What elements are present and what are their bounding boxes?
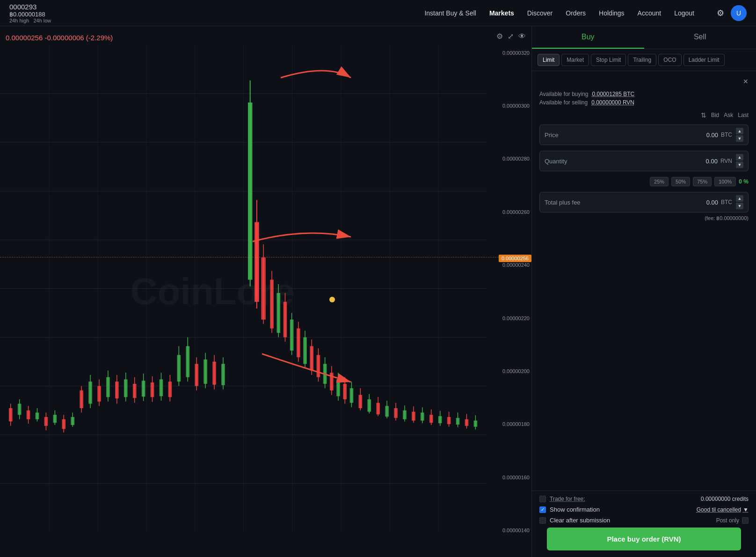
nav-links: Instant Buy & Sell Markets Discover Orde… xyxy=(424,9,694,17)
quantity-value: 0.00 xyxy=(706,158,718,165)
chart-eye-icon[interactable]: 👁 xyxy=(518,32,526,41)
nav-instant-buy-sell[interactable]: Instant Buy & Sell xyxy=(424,9,476,17)
available-for-selling-label: Available for selling xyxy=(539,99,588,106)
quantity-field-row: Quantity 0.00 RVN ▲ ▼ xyxy=(539,151,749,171)
filter-icon[interactable]: ⇅ xyxy=(701,111,706,119)
yaxis-label-3: 0.00000260 xyxy=(487,209,530,215)
trade-for-free-row: Trade for free: 0.00000000 credits xyxy=(539,496,749,502)
ticker-24h: 24h high 24h low xyxy=(9,18,65,23)
percentage-row: 25% 50% 75% 100% 0 % xyxy=(539,177,749,186)
panel-footer: Trade for free: 0.00000000 credits Show … xyxy=(532,491,756,557)
nav-holdings[interactable]: Holdings xyxy=(599,9,624,17)
nav-logout[interactable]: Logout xyxy=(674,9,694,17)
yaxis-label-1: 0.00000300 xyxy=(487,103,530,109)
quantity-up-btn[interactable]: ▲ xyxy=(736,154,743,161)
pct-75-btn[interactable]: 75% xyxy=(693,177,712,186)
post-only-row: Post only xyxy=(716,517,749,524)
topnav: 0000293 ฿0.00000188 24h high 24h low Ins… xyxy=(0,0,756,26)
chart-area: 0.00000256 -0.00000006 (-2.29%) ⚙ ⤢ 👁 Co… xyxy=(0,26,531,557)
trade-for-free-value: 0.00000000 credits xyxy=(701,496,749,502)
total-field-row: Total plus fee 0.00 BTC ▲ ▼ xyxy=(539,192,749,213)
order-tab-limit[interactable]: Limit xyxy=(538,54,560,66)
total-unit: BTC xyxy=(721,199,732,205)
ask-label: Ask xyxy=(724,112,733,118)
available-for-selling-value: 0.00000000 RVN xyxy=(591,99,634,106)
price-stepper: ▲ ▼ xyxy=(736,128,743,142)
post-only-label: Post only xyxy=(716,517,739,524)
gtc-label: Good til cancelled xyxy=(697,506,741,513)
last-label: Last xyxy=(738,112,749,118)
candlestick-chart xyxy=(0,45,487,532)
main-layout: 0.00000256 -0.00000006 (-2.29%) ⚙ ⤢ 👁 Co… xyxy=(0,26,756,557)
price-field-row: Price 0.00 BTC ▲ ▼ xyxy=(539,125,749,145)
pct-50-btn[interactable]: 50% xyxy=(671,177,690,186)
bid-label: Bid xyxy=(711,112,719,118)
clear-post-row: Clear after submission Post only xyxy=(539,517,749,524)
yaxis: 0.00000320 0.00000300 0.00000280 0.00000… xyxy=(487,26,530,557)
brand: 0000293 ฿0.00000188 24h high 24h low xyxy=(9,3,65,23)
yaxis-label-6: 0.00000200 xyxy=(487,368,530,374)
total-up-btn[interactable]: ▲ xyxy=(736,195,743,202)
buy-tab[interactable]: Buy xyxy=(532,26,644,49)
yaxis-label-2: 0.00000280 xyxy=(487,156,530,161)
price-label: Price xyxy=(545,132,706,139)
total-value: 0.00 xyxy=(706,199,718,206)
chart-controls: ⚙ ⤢ 👁 xyxy=(496,32,526,41)
price-up-btn[interactable]: ▲ xyxy=(736,128,743,134)
chart-price-label: 0.00000256 -0.00000006 (-2.29%) xyxy=(6,34,113,42)
settings-icon[interactable]: ⚙ xyxy=(717,8,724,18)
total-stepper: ▲ ▼ xyxy=(736,195,743,209)
price-unit: BTC xyxy=(721,132,732,138)
nav-icons: ⚙ U xyxy=(717,5,747,21)
quantity-unit: RVN xyxy=(720,158,732,164)
ticker-price: ฿0.00000188 xyxy=(9,11,65,18)
trade-for-free-checkbox[interactable] xyxy=(539,496,546,502)
yaxis-label-4: 0.00000240 xyxy=(487,262,530,268)
nav-account[interactable]: Account xyxy=(638,9,662,17)
yaxis-label-7: 0.00000180 xyxy=(487,421,530,427)
place-buy-order-button[interactable]: Place buy order (RVN) xyxy=(547,528,741,550)
right-panel: Buy Sell Limit Market Stop Limit Trailin… xyxy=(531,26,756,557)
gtc-chevron-icon: ▼ xyxy=(743,506,749,513)
yaxis-label-8: 0.00000160 xyxy=(487,475,530,480)
yaxis-label-9: 0.00000140 xyxy=(487,528,530,533)
order-tab-ladder[interactable]: Ladder Limit xyxy=(683,54,725,66)
ticker-symbol: 0000293 xyxy=(9,3,65,11)
user-avatar[interactable]: U xyxy=(731,5,747,21)
order-tab-trailing[interactable]: Trailing xyxy=(628,54,656,66)
trade-for-free-label[interactable]: Trade for free: xyxy=(550,496,585,502)
yaxis-label-0: 0.00000320 xyxy=(487,50,530,56)
sell-tab[interactable]: Sell xyxy=(644,26,756,49)
show-confirmation-checkbox[interactable] xyxy=(539,506,546,513)
order-form-body: ✕ Available for buying 0.00001285 BTC Av… xyxy=(532,71,756,491)
quantity-stepper: ▲ ▼ xyxy=(736,154,743,168)
total-label: Total plus fee xyxy=(545,199,706,206)
quantity-down-btn[interactable]: ▼ xyxy=(736,161,743,168)
bid-ask-last-row: ⇅ Bid Ask Last xyxy=(539,111,749,119)
available-info: Available for buying 0.00001285 BTC Avai… xyxy=(539,91,749,106)
clear-after-submission-label: Clear after submission xyxy=(550,517,610,524)
pct-25-btn[interactable]: 25% xyxy=(650,177,669,186)
order-tab-stop-limit[interactable]: Stop Limit xyxy=(591,54,626,66)
clear-after-submission-checkbox[interactable] xyxy=(539,517,546,524)
confirmation-gtc-row: Show confirmation Good til cancelled ▼ xyxy=(539,506,749,513)
buy-sell-tabs: Buy Sell xyxy=(532,26,756,49)
quantity-label: Quantity xyxy=(545,158,706,165)
pct-100-btn[interactable]: 100% xyxy=(714,177,736,186)
price-line xyxy=(0,257,531,257)
yaxis-label-5: 0.00000220 xyxy=(487,315,530,321)
nav-markets[interactable]: Markets xyxy=(489,9,514,17)
post-only-checkbox[interactable] xyxy=(742,517,749,524)
price-down-btn[interactable]: ▼ xyxy=(736,135,743,142)
price-value: 0.00 xyxy=(706,132,718,139)
order-tab-oco[interactable]: OCO xyxy=(658,54,681,66)
chart-expand-icon[interactable]: ⤢ xyxy=(508,32,514,41)
chart-settings-icon[interactable]: ⚙ xyxy=(496,32,503,41)
show-confirmation-label: Show confirmation xyxy=(550,506,600,513)
nav-discover[interactable]: Discover xyxy=(527,9,552,17)
nav-orders[interactable]: Orders xyxy=(566,9,586,17)
good-til-cancelled-dropdown[interactable]: Good til cancelled ▼ xyxy=(697,506,749,513)
order-tab-market[interactable]: Market xyxy=(561,54,589,66)
total-down-btn[interactable]: ▼ xyxy=(736,203,743,209)
clear-button[interactable]: ✕ xyxy=(743,78,749,85)
